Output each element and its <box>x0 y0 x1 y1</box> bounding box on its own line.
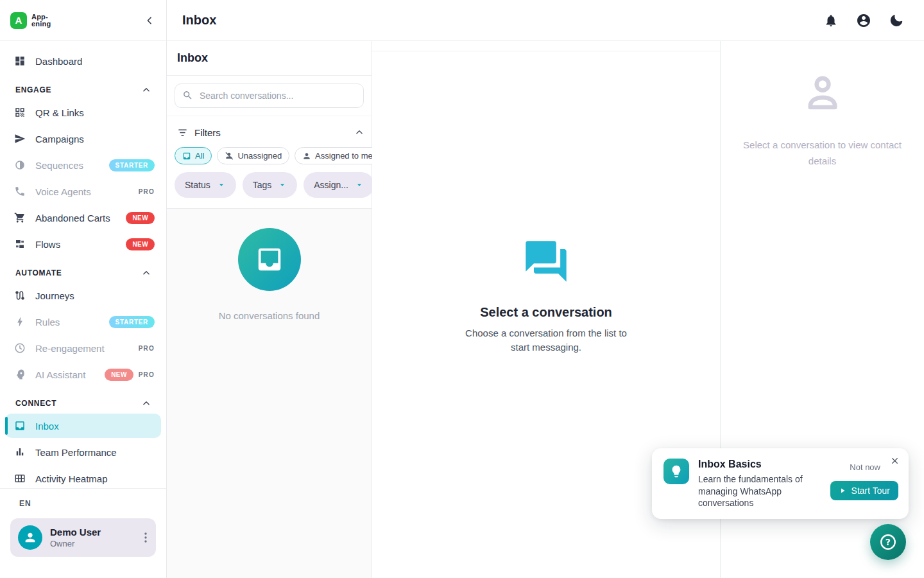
sidebar-nav: Dashboard ENGAGE QR & Links Campaigns Se… <box>0 41 166 488</box>
user-card[interactable]: Demo User Owner <box>10 518 156 557</box>
tags-filter-dropdown[interactable]: Tags <box>243 172 298 198</box>
sidebar-item-label: Campaigns <box>35 134 155 144</box>
account-button[interactable] <box>856 13 871 28</box>
bar-chart-icon <box>14 446 26 458</box>
chip-label: Unassigned <box>237 151 282 161</box>
language-selector[interactable]: EN <box>10 499 156 508</box>
start-tour-button[interactable]: Start Tour <box>830 481 898 500</box>
sidebar-item-team-performance[interactable]: Team Performance <box>5 440 161 464</box>
empty-conversations-badge <box>238 228 301 291</box>
user-role: Owner <box>50 539 141 548</box>
dark-mode-toggle[interactable] <box>889 13 903 28</box>
qr-code-icon <box>14 107 26 118</box>
ai-head-icon <box>14 369 26 380</box>
tour-title: Inbox Basics <box>698 459 811 470</box>
sidebar-footer: EN Demo User Owner <box>0 488 166 578</box>
sidebar-item-re-engagement[interactable]: Re-engagement PRO <box>5 336 161 360</box>
user-meta: Demo User Owner <box>50 527 141 548</box>
tour-text: Inbox Basics Learn the fundamentals of m… <box>698 459 811 509</box>
filter-chip-assigned-to-me[interactable]: Assigned to me <box>295 147 381 164</box>
help-question-icon: ? <box>878 532 898 552</box>
sidebar-item-label: Sequences <box>35 160 109 171</box>
sidebar-item-label: Voice Agents <box>35 186 133 197</box>
chevron-up-icon <box>355 128 364 137</box>
sidebar-logo-row: A App- ening <box>0 0 166 41</box>
filters-header[interactable]: Filters <box>175 121 364 143</box>
bolt-icon <box>14 316 26 328</box>
inbox-icon <box>255 245 284 274</box>
sidebar-collapse-button[interactable] <box>144 15 155 26</box>
brand-logo-letter: A <box>15 15 22 26</box>
sidebar-item-rules[interactable]: Rules STARTER <box>5 310 161 334</box>
dashboard-icon <box>14 55 26 67</box>
dropdown-label: Assign... <box>314 180 348 190</box>
caret-down-icon <box>355 180 364 189</box>
pro-tier-label: PRO <box>139 345 155 352</box>
chip-label: Assigned to me <box>315 151 373 161</box>
sidebar-item-ai-assistant[interactable]: AI Assistant NEW PRO <box>5 362 161 387</box>
moon-icon <box>889 13 903 28</box>
caret-down-icon <box>217 180 226 189</box>
page-title: Inbox <box>182 13 216 28</box>
lightbulb-icon <box>669 464 683 478</box>
dropdown-label: Status <box>185 180 210 190</box>
status-filter-dropdown[interactable]: Status <box>175 172 236 198</box>
chevron-up-icon <box>142 85 151 94</box>
sidebar-section-automate[interactable]: AUTOMATE <box>9 267 157 279</box>
tour-icon-badge <box>663 459 689 484</box>
starter-badge: STARTER <box>109 316 155 328</box>
more-options-icon[interactable] <box>141 530 151 545</box>
tour-body: Learn the fundamentals of managing Whats… <box>698 473 811 509</box>
phone-icon <box>14 186 26 197</box>
chevron-up-icon <box>142 268 151 277</box>
new-badge: NEW <box>105 369 133 381</box>
sidebar-item-inbox[interactable]: Inbox <box>5 414 161 438</box>
active-indicator <box>5 417 8 435</box>
conversation-list: No conversations found <box>167 209 372 578</box>
close-icon <box>890 456 900 466</box>
new-badge: NEW <box>126 212 155 224</box>
sidebar-item-dashboard[interactable]: Dashboard <box>5 49 161 73</box>
sidebar-item-label: Activity Heatmap <box>35 473 155 484</box>
sidebar-item-flows[interactable]: Flows NEW <box>5 232 161 256</box>
sidebar-section-connect[interactable]: CONNECT <box>9 397 157 410</box>
svg-text:?: ? <box>886 537 891 547</box>
cart-icon <box>14 212 26 223</box>
filter-dropdowns: Status Tags Assign... <box>175 172 364 198</box>
sidebar-item-sequences[interactable]: Sequences STARTER <box>5 153 161 177</box>
sidebar-item-label: Inbox <box>35 421 155 432</box>
assignee-filter-dropdown[interactable]: Assign... <box>304 172 374 198</box>
tour-popup: Inbox Basics Learn the fundamentals of m… <box>652 448 909 519</box>
tour-close-button[interactable] <box>890 456 900 466</box>
topbar: Inbox <box>167 0 924 41</box>
notifications-button[interactable] <box>824 13 838 28</box>
caret-down-icon <box>278 180 287 189</box>
sidebar-item-activity-heatmap[interactable]: Activity Heatmap <box>5 466 161 488</box>
sidebar-item-voice-agents[interactable]: Voice Agents PRO <box>5 179 161 204</box>
sidebar-item-label: Journeys <box>35 290 155 301</box>
sidebar-section-engage[interactable]: ENGAGE <box>9 83 157 96</box>
chevron-left-icon <box>144 15 155 26</box>
chat-toolbar <box>372 41 720 51</box>
search-section <box>167 76 372 116</box>
search-icon <box>182 90 193 101</box>
sidebar-item-qr-links[interactable]: QR & Links <box>5 100 161 125</box>
pro-tier-label: PRO <box>139 371 155 378</box>
sidebar-item-label: Rules <box>35 317 109 328</box>
sidebar-item-campaigns[interactable]: Campaigns <box>5 127 161 151</box>
filter-chip-all[interactable]: All <box>175 147 212 164</box>
heatmap-grid-icon <box>14 473 26 484</box>
sidebar-item-journeys[interactable]: Journeys <box>5 283 161 308</box>
pro-tier-label: PRO <box>139 188 155 195</box>
sidebar-item-abandoned-carts[interactable]: Abandoned Carts NEW <box>5 206 161 230</box>
search-input[interactable] <box>175 83 364 108</box>
person-icon <box>23 530 37 545</box>
play-icon <box>839 487 846 495</box>
help-button[interactable]: ? <box>870 524 906 560</box>
empty-conversations-text: No conversations found <box>219 310 320 321</box>
filter-chip-unassigned[interactable]: Unassigned <box>217 147 289 164</box>
account-circle-icon <box>856 13 871 28</box>
chip-label: All <box>195 151 204 161</box>
tour-dismiss-button[interactable]: Not now <box>850 462 880 472</box>
person-off-icon <box>225 152 234 161</box>
